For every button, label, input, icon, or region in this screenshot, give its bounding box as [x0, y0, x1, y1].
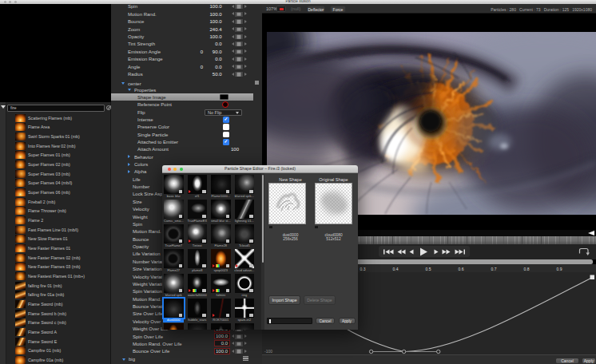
- svg-text:-100: -100: [264, 349, 272, 354]
